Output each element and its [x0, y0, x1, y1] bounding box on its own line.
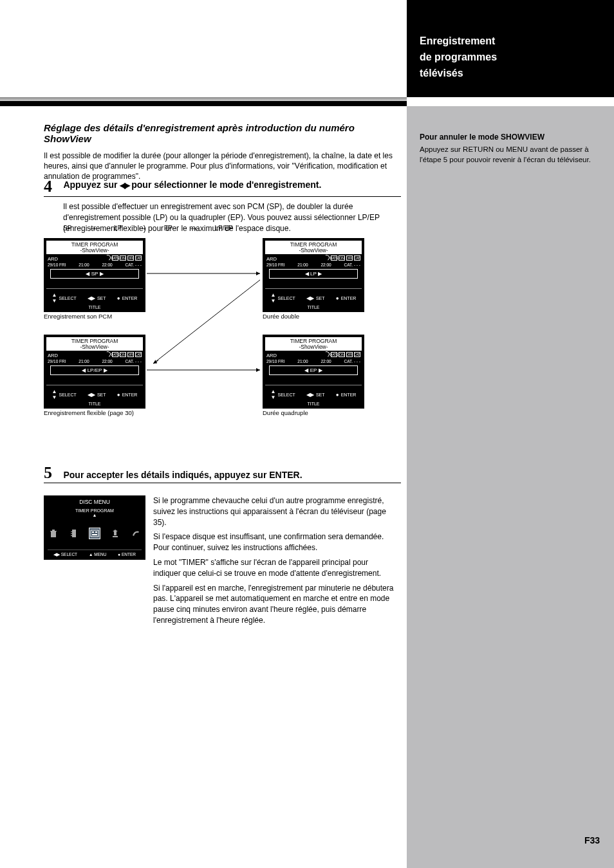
menu-item-label: TIMER PROGRAM — [44, 508, 145, 513]
dot-icon: ● — [336, 295, 339, 301]
vps-pdc-icon — [104, 254, 112, 262]
caret-up-icon: ▲ — [44, 513, 145, 517]
svg-rect-8 — [91, 530, 98, 537]
leftright-icon: ◀▶ — [306, 295, 314, 301]
mode-field: ◀ SP ▶ — [50, 269, 139, 279]
connector-lines — [145, 238, 263, 412]
panel-sp: TIMER PROGRAM -ShowView- ARD DATE ON OFF… — [44, 238, 145, 312]
rule-line — [44, 196, 401, 197]
rule-line — [44, 483, 401, 483]
updown-icon: ▲▼ — [52, 292, 57, 304]
caption-sp: Enregistrement son PCM — [44, 313, 147, 320]
panel-indicator-row: DATE ON OFF CAT. — [105, 255, 142, 261]
off-icon: OFF — [127, 255, 134, 261]
svg-rect-11 — [92, 534, 97, 535]
leftright-icon: ◀▶ — [53, 552, 60, 557]
menu-icon-shelf — [48, 528, 142, 539]
panel-title: TIMER PROGRAM -ShowView- — [46, 241, 143, 254]
svg-rect-5 — [71, 531, 72, 532]
cat-icon: CAT. — [135, 255, 142, 261]
on-icon: ON — [120, 255, 126, 261]
svg-rect-4 — [72, 530, 76, 537]
disc-info-icon — [68, 528, 80, 539]
step4-number: 4 — [44, 177, 60, 196]
gradient-divider — [0, 97, 407, 106]
dot-icon: ● — [117, 392, 120, 398]
sidebar-body: Appuyez sur RETURN ou MENU avant de pass… — [420, 145, 601, 165]
dot-icon: ● — [118, 552, 120, 557]
setup-icon — [130, 528, 142, 539]
svg-line-1 — [153, 280, 260, 364]
svg-rect-6 — [71, 533, 72, 534]
dot-icon: ● — [117, 295, 120, 301]
updown-icon: ▲▼ — [52, 389, 57, 400]
menu-controls: ◀▶ SELECT ▲ MENU ● ENTER — [48, 549, 142, 557]
vps-pdc-icon — [104, 351, 112, 358]
updown-icon: ▲▼ — [271, 389, 276, 400]
arrow-right-icon: → — [73, 223, 112, 234]
updown-icon: ▲▼ — [271, 292, 276, 304]
intro-heading: Réglage des détails d'enregistrement apr… — [44, 122, 404, 144]
vps-pdc-icon — [323, 254, 331, 262]
panel-title: TIMER PROGRAM -ShowView- — [265, 241, 362, 254]
header-line3: télévisés — [420, 68, 463, 79]
svg-rect-7 — [71, 535, 72, 536]
caption-ep: Durée quadruple — [263, 410, 366, 416]
dot-icon: ● — [336, 392, 339, 398]
svg-rect-9 — [92, 531, 94, 533]
panel-lp: TIMER PROGRAM -ShowView- ARD DATE ON OFF… — [263, 238, 364, 312]
step5-body: Si le programme chevauche celui d'un aut… — [153, 495, 398, 626]
intro-block: Réglage des détails d'enregistrement apr… — [44, 122, 404, 182]
step5-title: Pour accepter les détails indiqués, appu… — [63, 470, 302, 480]
svg-rect-12 — [113, 536, 118, 537]
step5-number: 5 — [44, 463, 60, 483]
header-black-box: Enregistrement de programmes télévisés — [407, 0, 614, 97]
svg-line-3 — [153, 360, 158, 364]
step-5: 5 Pour accepter les détails indiqués, ap… — [44, 463, 404, 483]
left-right-arrow-icon: ◀▶ — [120, 181, 129, 190]
timer-program-icon — [89, 528, 100, 539]
page-number: F33 — [584, 835, 600, 845]
panel-channel: ARD — [48, 256, 58, 262]
svg-rect-10 — [95, 531, 97, 533]
caption-lp: Durée double — [263, 313, 366, 320]
playlist-icon — [109, 528, 121, 539]
vps-pdc-icon — [323, 351, 331, 358]
sidebar-heading: Pour annuler le mode SHOWVIEW — [420, 132, 601, 142]
mode-diagram: SP → LP → EP → LP/EP TIMER PROGRAM -Show… — [44, 222, 401, 434]
menu-title: DISC MENU — [44, 499, 145, 505]
leftright-icon: ◀▶ — [88, 295, 95, 301]
trash-icon — [48, 528, 59, 539]
caret-up-icon: ▲ — [89, 552, 93, 557]
date-icon: DATE — [112, 255, 118, 261]
header-line2: de programmes — [420, 51, 497, 63]
panel-lpep: TIMER PROGRAM -ShowView- ARD DATE ON OFF… — [44, 335, 145, 409]
header-line1: Enregistrement — [420, 35, 495, 47]
leftright-icon: ◀▶ — [306, 392, 314, 398]
arrow-right-icon: → — [124, 223, 162, 234]
panel-controls: ▲▼SELECT ◀▶SET ●ENTER TITLE — [46, 288, 143, 309]
flow-sequence: SP → LP → EP → LP/EP — [63, 222, 398, 232]
sidebar-note: Pour annuler le mode SHOWVIEW Appuyez su… — [420, 132, 601, 165]
leftright-icon: ◀▶ — [88, 392, 95, 398]
arrow-right-icon: → — [174, 223, 213, 234]
panel-ep: TIMER PROGRAM -ShowView- ARD DATE ON OFF… — [263, 335, 364, 409]
sidebar: Pour annuler le mode SHOWVIEW Appuyez su… — [407, 106, 614, 868]
disc-menu-panel: DISC MENU TIMER PROGRAM ▲ ◀▶ SELECT ▲ ME… — [44, 495, 145, 560]
step4-title: Appuyez sur ◀▶ pour sélectionner le mode… — [63, 180, 321, 190]
caption-lpep: Enregistrement flexible (page 30) — [44, 410, 147, 416]
